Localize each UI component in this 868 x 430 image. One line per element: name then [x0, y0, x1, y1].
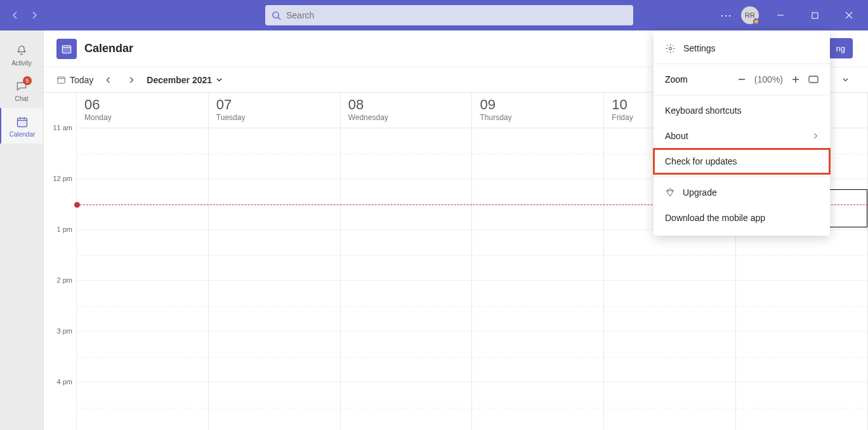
day-num: 08 [348, 97, 464, 113]
svg-rect-13 [58, 77, 65, 83]
date-nav [103, 77, 136, 83]
gear-icon [665, 43, 676, 54]
day-name: Tuesday [216, 113, 332, 122]
menu-download-mobile[interactable]: Download the mobile app [654, 205, 830, 231]
back-button[interactable] [8, 8, 23, 23]
calendar-header-icon [56, 39, 77, 59]
prev-week-button[interactable] [103, 77, 114, 83]
day-col[interactable]: 09 Thursday [472, 93, 604, 430]
svg-line-1 [278, 17, 280, 20]
svg-rect-3 [812, 13, 818, 18]
avatar-initials: RR [745, 11, 755, 19]
day-header: 06 Monday [77, 93, 208, 128]
time-label: 1 pm [57, 225, 72, 233]
day-col[interactable]: 08 Wednesday [341, 93, 473, 430]
search-input[interactable] [286, 10, 627, 20]
history-nav [0, 8, 49, 23]
day-header: 07 Tuesday [209, 93, 340, 128]
menu-label: About [665, 131, 688, 141]
month-label: December 2021 [147, 75, 212, 85]
day-num: 06 [84, 97, 201, 113]
day-num: 07 [216, 97, 332, 113]
day-name: Wednesday [348, 113, 464, 122]
menu-about[interactable]: About [654, 123, 830, 149]
svg-rect-19 [809, 76, 818, 83]
more-button[interactable]: ⋯ [720, 8, 732, 22]
day-name: Monday [84, 113, 201, 122]
svg-point-15 [669, 47, 671, 50]
search-icon [272, 11, 281, 20]
menu-label: Check for updates [665, 156, 737, 166]
zoom-label: Zoom [665, 74, 730, 84]
calendar-icon [15, 114, 30, 130]
day-col[interactable]: 07 Tuesday [209, 93, 341, 430]
page-title: Calendar [84, 42, 133, 55]
chat-badge: 5 [23, 76, 32, 85]
minimize-button[interactable] [768, 3, 793, 28]
bell-icon [14, 43, 29, 58]
now-dot [74, 202, 80, 208]
new-meeting-label: ng [836, 44, 845, 53]
diamond-icon [665, 187, 675, 198]
chevron-down-icon [216, 76, 223, 83]
day-header: 09 Thursday [472, 93, 603, 128]
menu-separator [654, 64, 830, 64]
forward-button[interactable] [27, 8, 42, 23]
svg-point-0 [273, 11, 279, 17]
menu-separator [654, 95, 830, 95]
rail-activity[interactable]: Activity [0, 37, 43, 72]
time-label: 11 am [53, 124, 72, 131]
menu-separator [654, 177, 830, 177]
fullscreen-icon[interactable] [808, 74, 819, 84]
time-label: 12 pm [53, 175, 72, 182]
today-icon [56, 75, 66, 84]
zoom-pct: (100%) [754, 74, 783, 84]
day-num: 09 [480, 97, 596, 113]
zoom-out-button[interactable] [737, 74, 747, 84]
rail-calendar[interactable]: Calendar [0, 108, 43, 144]
next-week-button[interactable] [126, 77, 136, 83]
time-column: 11 am 12 pm 1 pm 2 pm 3 pm 4 pm [44, 93, 77, 430]
day-col[interactable]: 06 Monday [77, 93, 209, 430]
menu-settings[interactable]: Settings [654, 36, 830, 61]
month-picker[interactable]: December 2021 [147, 75, 223, 85]
menu-check-updates[interactable]: Check for updates [654, 149, 830, 174]
menu-zoom: Zoom (100%) [654, 67, 830, 92]
menu-label: Upgrade [683, 187, 717, 198]
svg-rect-6 [18, 118, 27, 126]
title-right: ⋯ RR [720, 3, 868, 28]
menu-label: Keyboard shortcuts [665, 105, 742, 116]
svg-rect-10 [62, 45, 71, 53]
menu-label: Download the mobile app [665, 213, 765, 223]
presence-badge [753, 18, 760, 25]
rail-label: Activity [11, 60, 32, 67]
rail-chat[interactable]: 5 Chat [0, 72, 43, 108]
rail-label: Chat [15, 95, 28, 102]
zoom-in-button[interactable] [791, 74, 801, 84]
rail-label: Calendar [10, 131, 36, 138]
menu-keyboard-shortcuts[interactable]: Keyboard shortcuts [654, 98, 830, 123]
settings-menu: Settings Zoom (100%) Keyboard shortcuts … [654, 30, 830, 236]
today-label: Today [70, 75, 93, 85]
menu-upgrade[interactable]: Upgrade [654, 180, 830, 205]
time-label: 4 pm [57, 378, 72, 386]
avatar[interactable]: RR [741, 6, 759, 24]
time-label: 3 pm [57, 327, 72, 335]
chevron-right-icon [812, 133, 819, 139]
search-box[interactable] [265, 5, 633, 25]
title-bar: ⋯ RR [0, 0, 868, 30]
app-rail: Activity 5 Chat Calendar [0, 30, 43, 430]
day-name: Thursday [480, 113, 596, 122]
day-header: 08 Wednesday [341, 93, 472, 128]
view-dropdown[interactable] [840, 76, 850, 83]
close-button[interactable] [836, 3, 862, 28]
search-wrap [265, 5, 633, 25]
time-label: 2 pm [57, 276, 72, 284]
maximize-button[interactable] [802, 3, 827, 28]
today-button[interactable]: Today [56, 75, 93, 85]
new-meeting-button[interactable]: ng [829, 38, 853, 58]
menu-label: Settings [683, 43, 716, 53]
